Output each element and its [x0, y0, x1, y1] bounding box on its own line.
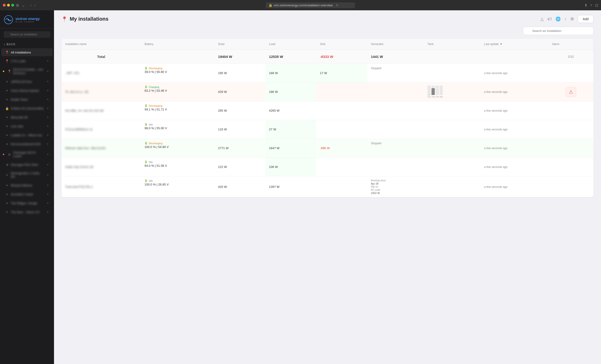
address-input[interactable]: 🔒 vrm.victronenergy.com/installation-ove… [266, 2, 355, 8]
add-icon-14[interactable]: + [47, 183, 49, 187]
running-since-label: Running since [371, 179, 386, 182]
battery-value-3: 49.1 % | 51.71 V [144, 108, 167, 111]
tank-bar-3 [435, 86, 439, 95]
td-last-update-6: a few seconds ago [480, 158, 548, 176]
sidebar-item-4[interactable]: ☀ Clure Orienni Aphani + [1, 86, 53, 95]
add-icon-2[interactable]: + [47, 69, 49, 73]
sidebar-item-label-17: The Wus – Strucr CX [11, 210, 40, 214]
sidebar-item-11[interactable]: 🖥 Cherngan DCC4 Luubn + [1, 149, 53, 160]
browser-nav: ‹ › [30, 3, 36, 8]
tank-label-2: 72% [431, 96, 435, 98]
tank-labels: 1% 72% 0% 0% [428, 96, 443, 98]
maximize-button[interactable] [11, 4, 14, 7]
sidebar-item-12[interactable]: 🖥 Gocrrgan P6Jr Hhnt + [1, 160, 53, 169]
td-last-update-5: a few seconds ago [480, 139, 548, 157]
sidebar-item-8[interactable]: ☀ Lnnr slen + [1, 122, 53, 130]
add-icon-3[interactable]: + [47, 79, 49, 84]
sidebar-item-label-8: Lnnr slen [11, 125, 23, 128]
tank-label-1: 1% [428, 96, 431, 98]
sidebar-item-13[interactable]: ☀ Dnnrngnnbln 1 Carbc DX + [1, 169, 53, 181]
add-icon-5[interactable]: + [47, 97, 49, 102]
table-row-7: Tnnt.nnnt P1Cl Rn.1 🔋 Idle 100.0 % | 26.… [61, 176, 593, 197]
sun-icon-16: ☀ [5, 201, 9, 205]
minimize-button[interactable] [7, 4, 10, 7]
close-button[interactable] [3, 4, 6, 7]
td-battery-4: 🔋 Idle 98.0 % | 55.00 V [141, 120, 214, 139]
td-last-update-2: a few seconds ago [480, 83, 548, 101]
add-icon-11[interactable]: + [47, 152, 49, 156]
add-icon-7[interactable]: + [47, 115, 49, 119]
add-icon-9[interactable]: + [47, 133, 49, 137]
upload-icon[interactable]: ↑ [564, 17, 567, 22]
address-bar: 🔒 vrm.victronenergy.com/installation-ove… [38, 2, 582, 8]
battery-status-3: 🔋 Discharging [144, 104, 162, 107]
new-tab-icon[interactable]: + [590, 3, 592, 7]
sidebar-item-1[interactable]: 📍 C Pv Ludin + [1, 57, 53, 65]
total-row: Total 19404 W 12535 W -8333 W 1441 W [61, 50, 593, 64]
back-button[interactable]: ‹ BACK [0, 41, 54, 48]
add-icon-4[interactable]: + [47, 88, 49, 93]
tags-icon[interactable]: 🏷 [548, 17, 552, 22]
sidebar-item-6[interactable]: 🔒 Fn5hin H3 | Dnnnd MH1 + [1, 104, 53, 113]
tank-bar-2 [431, 86, 435, 95]
add-icon-13[interactable]: + [47, 173, 49, 177]
td-name-3: Inn.nlltic .nn .nnn.41 n14 nid [61, 101, 141, 120]
th-name: Installation name [61, 41, 141, 47]
add-icon-6[interactable]: + [47, 106, 49, 110]
sidebar-item-label-11: Cherngan DCC4 Luubn [13, 151, 45, 158]
sidebar-item-2[interactable]: 📍 DCCCCC2e4ds – nnn Dcmnccc + [1, 66, 53, 77]
tank-bars [428, 86, 443, 95]
td-last-update-7: a few seconds ago [480, 176, 548, 197]
td-solar-7: 420 W [214, 176, 265, 197]
table-row-2: Tc..4n1 A.n.c .1D 🔋 Charging 83.2 % | 53… [61, 83, 593, 101]
add-icon-8[interactable]: + [47, 124, 49, 128]
globe-icon[interactable]: 🌐 [555, 16, 561, 22]
add-icon-1[interactable]: + [47, 59, 49, 63]
sidebar-search-input[interactable] [4, 31, 50, 38]
shield-icon: 🔒 [269, 3, 272, 7]
add-icon-15[interactable]: + [47, 192, 49, 196]
sidebar-item-17[interactable]: ☀ The Wus – Strucr CX + [1, 208, 53, 216]
filter-icon[interactable]: ⚙ [570, 16, 574, 22]
td-solar-5: 2771 W [214, 139, 265, 157]
sidebar-item-10[interactable]: ☀ Dnl tcnnndntnre5 E5S + [1, 140, 53, 148]
alarm-badge-2[interactable]: ⚠ [566, 87, 576, 97]
forward-nav-button[interactable]: › [34, 3, 37, 8]
td-alarm-5 [548, 139, 593, 157]
th-battery: Battery [141, 41, 214, 47]
td-solar-1: 195 W [214, 64, 265, 82]
victron-logo [4, 15, 13, 24]
add-icon-10[interactable]: + [47, 142, 49, 146]
sidebar-item-9[interactable]: ☀ Lcaded 1n – Mlunn hut + [1, 131, 53, 139]
alerts-icon[interactable]: △ [541, 16, 544, 22]
sidebar-item-3[interactable]: ☀ 19FR2131Trrev + [1, 77, 53, 86]
add-installation-button[interactable]: Add [578, 15, 593, 23]
add-icon-16[interactable]: + [47, 201, 49, 205]
reload-icon[interactable]: ↻ [336, 3, 339, 7]
sidebar-item-5[interactable]: ☀ Dcabn Team + [1, 95, 53, 104]
th-last-update[interactable]: Last update ▼ [480, 41, 548, 47]
td-generator-7: Running since Apr 28 492 nn AC Load 1052… [367, 176, 424, 197]
sidebar-toggle-icon[interactable]: ⊡ [595, 3, 598, 8]
sidebar-item-7[interactable]: ☀ Mnnccblt 1R + [1, 113, 53, 122]
sidebar-item-label-9: Lcaded 1n – Mlunn hut [11, 134, 42, 137]
sidebar-item-14[interactable]: ☀ Richard Wllumo + [1, 181, 53, 190]
td-solar-3: 265 W [214, 101, 265, 120]
main-search-input[interactable] [523, 27, 593, 35]
add-icon-17[interactable]: + [47, 210, 49, 214]
table-row-4: P.211ccW5Wnn1 n1 🔋 Idle 98.0 % | 55.00 V… [61, 120, 593, 139]
td-battery-6: 🔋 Idle 94.0 % | 51.58 V [141, 158, 214, 176]
td-tank-2: 1% 72% 0% 0% [424, 83, 480, 101]
add-icon-12[interactable]: + [47, 163, 49, 167]
logo-text: victron energy BLUE POWER [16, 17, 40, 23]
sidebar-item-16[interactable]: ☀ The Ridgcn- Dongh + [1, 199, 53, 207]
td-grid-1: 17 W [316, 64, 367, 82]
sun-icon-9: ☀ [5, 133, 9, 137]
td-total-load: 12535 W [265, 50, 316, 64]
back-nav-button[interactable]: ‹ [30, 3, 33, 8]
battery-value-5: 100.0 % | 54.90 V [144, 145, 169, 149]
sidebar-item-15[interactable]: ☀ Scumblc'n Sned + [1, 190, 53, 198]
share-icon[interactable]: ⬆ [584, 3, 587, 8]
sidebar-item-all-installations[interactable]: 📍 All installations [1, 48, 53, 56]
app: victron energy BLUE POWER ‹ BACK 📍 All i… [0, 10, 601, 364]
